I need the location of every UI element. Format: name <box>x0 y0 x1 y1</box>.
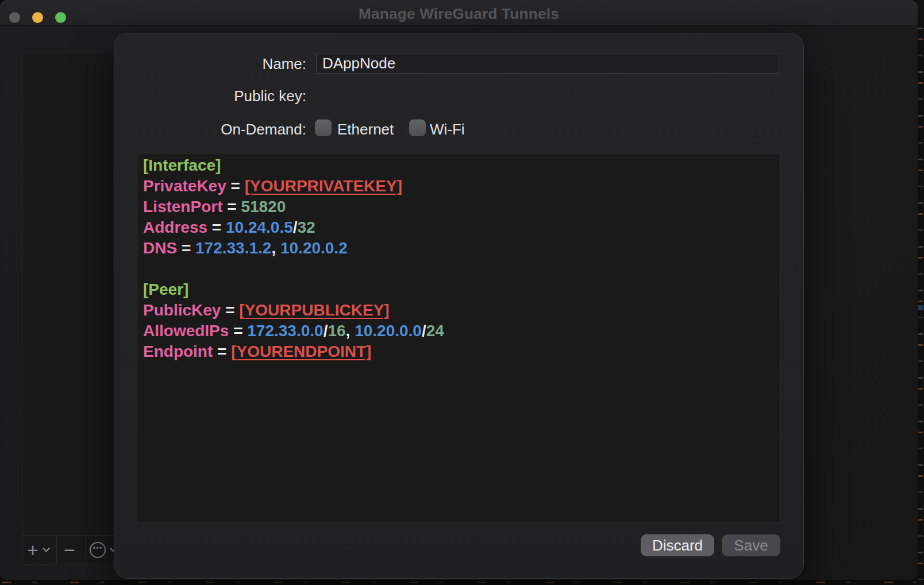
config-token-punct: = <box>213 342 231 360</box>
config-token-number: 51820 <box>241 198 286 215</box>
minus-icon: − <box>64 540 75 560</box>
more-actions-button[interactable]: ••• <box>90 536 117 564</box>
config-token-punct: / <box>422 322 426 340</box>
background-app-bottom-strip <box>0 580 924 585</box>
config-token-key: DNS <box>143 239 177 257</box>
edit-tunnel-dialog: Name: Public key: On-Demand: Ethernet Wi… <box>114 33 803 578</box>
config-token-ip: 172.33.1.2 <box>195 239 271 257</box>
config-token-ip: 10.20.0.2 <box>280 239 348 257</box>
config-token-key: Endpoint <box>143 342 213 360</box>
config-token-punct: = <box>229 322 247 340</box>
config-token-ip: 10.20.0.0 <box>355 322 422 340</box>
screen: Manage WireGuard Tunnels + − ••• <box>0 0 924 585</box>
ethernet-checkbox[interactable] <box>315 120 332 136</box>
plus-icon: + <box>27 540 38 560</box>
config-token-punct: , <box>346 322 355 340</box>
name-input[interactable] <box>316 53 779 74</box>
chevron-down-icon <box>43 547 50 552</box>
config-token-key: PrivateKey <box>143 177 226 195</box>
config-token-punct: = <box>221 301 239 319</box>
config-token-key: Address <box>143 218 207 236</box>
config-token-number: 32 <box>298 218 315 236</box>
window-title: Manage WireGuard Tunnels <box>0 5 918 23</box>
config-token-key: PublicKey <box>143 301 221 319</box>
config-line: [Interface] <box>143 155 774 176</box>
config-token-ip: 172.33.0.0 <box>247 322 323 340</box>
config-line <box>143 259 774 279</box>
config-token-number: 24 <box>426 322 444 340</box>
add-tunnel-button[interactable]: + <box>27 536 50 564</box>
save-button[interactable]: Save <box>722 534 780 556</box>
config-token-punct: = <box>177 239 195 257</box>
config-line: PublicKey = [YOURPUBLICKEY] <box>143 300 774 321</box>
config-line: [Peer] <box>143 279 774 300</box>
config-token-key: AllowedIPs <box>143 322 229 340</box>
config-token-number: 16 <box>328 322 345 340</box>
config-line: PrivateKey = [YOURPRIVATEKEY] <box>143 176 774 197</box>
config-line: DNS = 172.33.1.2, 10.20.0.2 <box>143 238 774 259</box>
config-line: ListenPort = 51820 <box>143 197 774 217</box>
config-token-section: [Peer] <box>143 280 188 298</box>
ellipsis-circle-icon: ••• <box>90 542 106 558</box>
background-app-right-strip <box>917 0 924 585</box>
on-demand-label: On-Demand: <box>114 121 306 138</box>
config-editor[interactable]: [Interface]PrivateKey = [YOURPRIVATEKEY]… <box>137 153 780 522</box>
name-label: Name: <box>114 55 306 73</box>
config-line: AllowedIPs = 172.33.0.0/16, 10.20.0.0/24 <box>143 321 774 341</box>
config-token-key: ListenPort <box>143 198 222 215</box>
wireguard-window: Manage WireGuard Tunnels + − ••• <box>0 0 918 580</box>
toolbar-separator <box>86 537 86 563</box>
wifi-label[interactable]: Wi-Fi <box>430 121 465 138</box>
discard-button[interactable]: Discard <box>641 534 714 556</box>
config-token-placeholder: [YOURPRIVATEKEY] <box>245 177 402 195</box>
remove-tunnel-button[interactable]: − <box>64 536 75 564</box>
config-token-placeholder: [YOURENDPOINT] <box>231 342 371 360</box>
title-bar: Manage WireGuard Tunnels <box>0 0 918 26</box>
ethernet-label[interactable]: Ethernet <box>337 121 394 138</box>
config-token-punct: = <box>207 218 226 236</box>
config-token-placeholder: [YOURPUBLICKEY] <box>239 301 389 319</box>
public-key-label: Public key: <box>114 87 306 105</box>
config-token-ip: 10.24.0.5 <box>226 218 293 236</box>
config-token-punct: = <box>222 198 241 215</box>
config-token-punct: , <box>271 239 280 257</box>
config-line: Address = 10.24.0.5/32 <box>143 217 774 238</box>
config-token-punct: / <box>293 218 298 236</box>
background-selection-highlight <box>918 305 923 310</box>
toolbar-separator <box>56 537 57 563</box>
wifi-checkbox[interactable] <box>409 120 426 136</box>
config-line: Endpoint = [YOURENDPOINT] <box>143 341 774 362</box>
config-token-section: [Interface] <box>143 156 221 174</box>
config-token-punct: = <box>226 177 245 195</box>
